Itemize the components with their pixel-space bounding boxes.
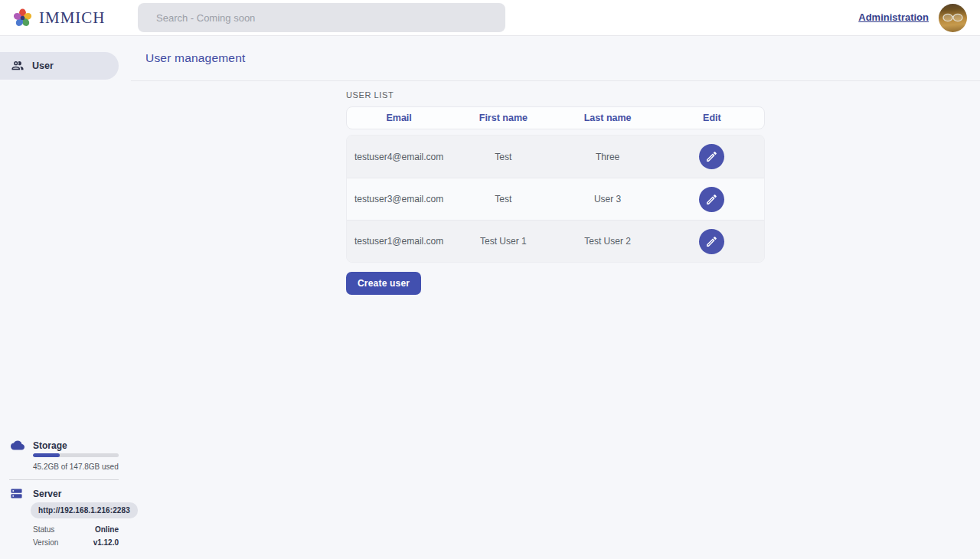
- server-icon: [10, 487, 23, 503]
- table-row: testuser3@email.com Test User 3: [347, 178, 764, 220]
- sidebar-item-label: User: [32, 60, 54, 71]
- main-content: USER LIST Email First name Last name Edi…: [131, 81, 980, 295]
- user-table: testuser4@email.com Test Three testuser3…: [346, 135, 765, 263]
- user-avatar[interactable]: [939, 4, 967, 32]
- edit-user-button[interactable]: [699, 229, 724, 254]
- search-input[interactable]: [138, 3, 505, 32]
- table-row: testuser1@email.com Test User 1 Test Use…: [347, 220, 764, 262]
- storage-progress-fill: [33, 453, 60, 457]
- server-url-badge: http://192.168.1.216:2283: [31, 502, 138, 518]
- immich-flower-icon: [12, 8, 33, 28]
- administration-link[interactable]: Administration: [858, 11, 929, 23]
- storage-usage-text: 45.2GB of 147.8GB used: [33, 463, 119, 471]
- column-header-email: Email: [347, 113, 451, 123]
- server-status-label: Status: [33, 525, 54, 534]
- table-row: testuser4@email.com Test Three: [347, 136, 764, 178]
- storage-title: Storage: [33, 440, 67, 451]
- cell-last-name: Three: [556, 152, 660, 162]
- pencil-icon: [705, 235, 718, 248]
- user-list-label: USER LIST: [346, 90, 765, 100]
- immich-logo: IMMICH: [12, 0, 106, 36]
- create-user-button[interactable]: Create user: [346, 272, 421, 295]
- cell-last-name: User 3: [556, 194, 660, 204]
- cell-last-name: Test User 2: [556, 236, 660, 247]
- brand-name: IMMICH: [39, 8, 106, 28]
- cell-email: testuser3@email.com: [347, 194, 451, 204]
- table-header-row: Email First name Last name Edit: [346, 106, 765, 129]
- edit-user-button[interactable]: [699, 187, 724, 212]
- cell-first-name: Test User 1: [451, 236, 555, 247]
- server-version-label: Version: [33, 538, 58, 547]
- page-title: User management: [145, 51, 246, 65]
- server-status-value: Online: [95, 525, 119, 534]
- title-bar: User management: [131, 36, 980, 81]
- column-header-last-name: Last name: [556, 113, 660, 123]
- server-title: Server: [33, 489, 61, 499]
- cell-email: testuser1@email.com: [347, 236, 451, 247]
- sidebar-item-user[interactable]: User: [0, 52, 119, 80]
- server-version-value: v1.12.0: [93, 538, 119, 547]
- glasses-icon: [942, 11, 964, 24]
- storage-progress-bar: [33, 453, 119, 457]
- cloud-icon: [11, 440, 24, 453]
- pencil-icon: [705, 150, 718, 163]
- sidebar-divider: [9, 479, 119, 480]
- sidebar: User Storage 45.2GB of 147.8GB used Serv…: [0, 36, 131, 559]
- edit-user-button[interactable]: [699, 144, 724, 169]
- pencil-icon: [705, 193, 718, 206]
- cell-email: testuser4@email.com: [347, 152, 451, 162]
- cell-first-name: Test: [451, 194, 555, 204]
- users-icon: [11, 59, 24, 73]
- top-bar: IMMICH Administration: [0, 0, 980, 36]
- column-header-edit: Edit: [660, 113, 764, 123]
- cell-first-name: Test: [451, 152, 555, 162]
- column-header-first-name: First name: [451, 113, 555, 123]
